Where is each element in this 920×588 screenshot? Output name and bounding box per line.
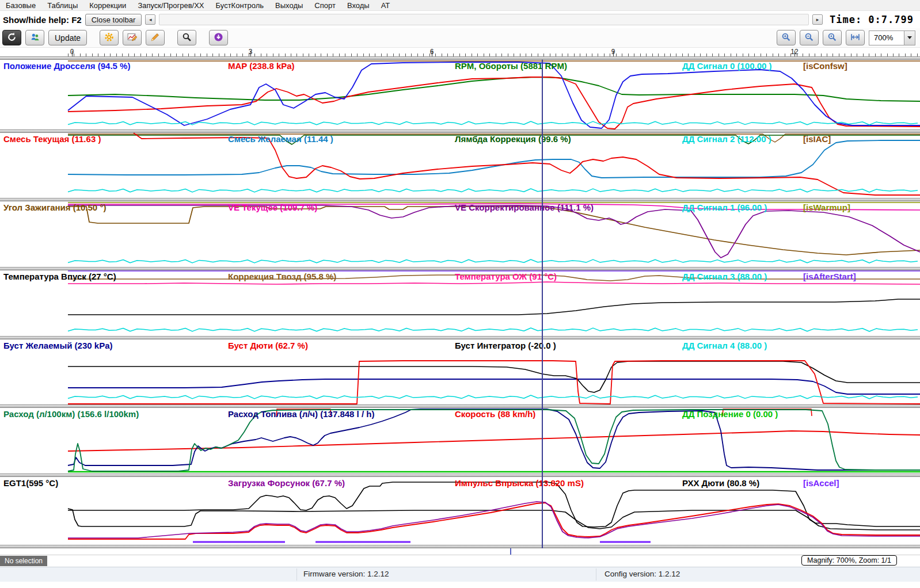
signal-label[interactable]: ДД Позднение 0 (0.00 )	[682, 409, 778, 419]
signal-label[interactable]: Температура Впуск (27 °C)	[3, 272, 116, 281]
menu-item-9[interactable]: АТ	[381, 1, 390, 10]
ruler-minor-tick	[195, 54, 195, 56]
ruler-minor-tick	[761, 54, 761, 56]
chevron-down-icon[interactable]	[904, 31, 915, 45]
signal-label[interactable]: Буст Интегратор (-20.0 )	[455, 341, 556, 350]
zoom-in-button[interactable]	[777, 30, 796, 45]
signal-label[interactable]: Загрузка Форсунок (67.7 %)	[228, 478, 345, 488]
fit-width-icon	[850, 32, 860, 44]
zoom-out-button[interactable]	[800, 30, 819, 45]
menu-item-5[interactable]: БустКонтроль	[216, 1, 264, 10]
ruler-minor-tick	[435, 54, 436, 56]
signal-label[interactable]: ДД Сигнал 3 (88.00 )	[682, 272, 767, 281]
menu-item-6[interactable]: Выходы	[275, 1, 303, 10]
menu-item-1[interactable]: Базовые	[6, 1, 36, 10]
users-button[interactable]	[25, 30, 44, 45]
ruler-minor-tick	[98, 54, 98, 56]
ruler-minor-tick	[164, 54, 165, 56]
signal-label[interactable]: VE Скорректированное (111.1 %)	[455, 203, 594, 212]
settings-button[interactable]	[100, 30, 119, 45]
ruler-minor-tick	[815, 54, 815, 56]
update-button[interactable]: Update	[48, 30, 87, 45]
ruler-minor-tick	[315, 54, 315, 56]
ruler-minor-tick	[911, 54, 911, 56]
fit-width-button[interactable]	[846, 30, 865, 45]
signal-label[interactable]: [isIAC]	[803, 134, 831, 144]
signal-label[interactable]: Буст Дюти (62.7 %)	[228, 341, 308, 350]
ruler-minor-tick	[616, 54, 617, 56]
menu-item-7[interactable]: Спорт	[314, 1, 336, 10]
sync-button[interactable]	[2, 30, 21, 45]
zoom-reset-icon	[827, 32, 837, 44]
main-toolbar: Update	[0, 28, 920, 48]
ruler-minor-tick	[411, 54, 412, 56]
signal-label[interactable]: Импульс Впрыска (13.820 mS)	[455, 478, 584, 488]
ruler-minor-tick	[712, 54, 713, 56]
menu-item-4[interactable]: Запуск/Прогрев/ХХ	[138, 1, 204, 10]
signal-label[interactable]: Коррекция Твозд (95.8 %)	[228, 272, 336, 281]
ruler-minor-tick	[357, 54, 358, 56]
signal-label[interactable]: ДД Сигнал 0 (100.00 )	[682, 61, 772, 71]
ruler-minor-tick	[442, 54, 442, 56]
signal-label[interactable]: Угол Зажигания (10.50 °)	[3, 203, 106, 212]
signal-label[interactable]: Лямбда Коррекция (99.6 %)	[455, 134, 571, 144]
ruler-minor-tick	[718, 54, 719, 56]
chart-edit-button[interactable]	[123, 30, 142, 45]
ruler-minor-tick	[766, 54, 767, 56]
download-button[interactable]	[209, 30, 228, 45]
ruler-minor-tick	[682, 54, 683, 56]
signal-label[interactable]: EGT1(595 °C)	[3, 478, 58, 488]
ruler-minor-tick	[508, 54, 508, 56]
signal-label[interactable]: [isAfterStart]	[803, 272, 856, 281]
signal-label[interactable]: ДД Сигнал 2 (112.00 )	[682, 134, 771, 144]
selection-row: No selection Magnify: 700%, Zoom: 1/1	[0, 555, 920, 567]
ruler-minor-tick	[773, 54, 773, 56]
signal-label[interactable]: Расход Топлива (л/ч) (137.848 l / h)	[228, 409, 374, 419]
signal-label[interactable]: ДД Сигнал 1 (96.00 )	[682, 203, 767, 212]
signal-label[interactable]: Расход (л/100км) (156.6 l/100km)	[3, 409, 139, 419]
statusbar-divider	[296, 568, 297, 581]
ruler-minor-tick	[296, 54, 297, 56]
ruler-minor-tick	[664, 54, 665, 56]
scroll-position-marker[interactable]	[510, 548, 511, 555]
time-cursor-line[interactable]	[542, 60, 543, 548]
scroll-right-button[interactable]: ▸	[812, 14, 823, 25]
signal-label[interactable]: РХХ Дюти (80.8 %)	[682, 478, 759, 488]
signal-label[interactable]: Смесь Желаемая (11.44 )	[228, 134, 333, 144]
signal-label[interactable]: Положение Дросселя (94.5 %)	[3, 61, 130, 71]
signal-label[interactable]: [isWarmup]	[803, 203, 850, 212]
toolbar-track[interactable]	[159, 14, 809, 25]
search-button[interactable]	[177, 30, 196, 45]
signal-label[interactable]: MAP (238.8 kPa)	[228, 61, 295, 71]
ruler-minor-tick	[586, 54, 587, 56]
timeline-ruler[interactable]: 036912	[0, 48, 920, 56]
ruler-minor-tick	[562, 54, 562, 56]
menu-item-8[interactable]: Входы	[347, 1, 370, 10]
signal-label[interactable]: Смесь Текущая (11.63 )	[3, 134, 101, 144]
ruler-minor-tick	[405, 54, 406, 56]
timeline-scrollbar[interactable]	[0, 548, 920, 555]
ruler-minor-tick	[285, 54, 286, 56]
ruler-minor-tick	[261, 54, 261, 56]
menu-item-3[interactable]: Коррекции	[89, 1, 126, 10]
ruler-minor-tick	[694, 54, 695, 56]
ruler-minor-tick	[863, 54, 864, 56]
signal-label[interactable]: ДД Сигнал 4 (88.00 )	[682, 341, 767, 350]
scroll-left-button[interactable]: ◂	[145, 14, 155, 25]
signal-label[interactable]: RPM, Обороты (5881 RPM)	[455, 61, 567, 71]
signal-label[interactable]: Скорость (88 km/h)	[455, 409, 535, 419]
edit-pencil-button[interactable]	[146, 30, 165, 45]
close-toolbar-button[interactable]: Close toolbar	[85, 14, 142, 26]
menu-item-2[interactable]: Таблицы	[47, 1, 78, 10]
signal-label[interactable]: [isConfsw]	[803, 61, 847, 71]
signal-label[interactable]: Буст Желаемый (230 kPa)	[3, 341, 113, 350]
ruler-minor-tick	[351, 54, 352, 56]
ruler-minor-tick	[785, 54, 785, 56]
signal-label[interactable]: [isAccel]	[803, 478, 839, 488]
ruler-minor-tick	[881, 54, 881, 56]
zoom-reset-button[interactable]	[823, 30, 842, 45]
ruler-minor-tick	[778, 54, 779, 56]
signal-label[interactable]: VE Текущее (109.7 %)	[228, 203, 317, 212]
zoom-level-select[interactable]: 700%	[869, 30, 915, 45]
ruler-minor-tick	[345, 54, 345, 56]
